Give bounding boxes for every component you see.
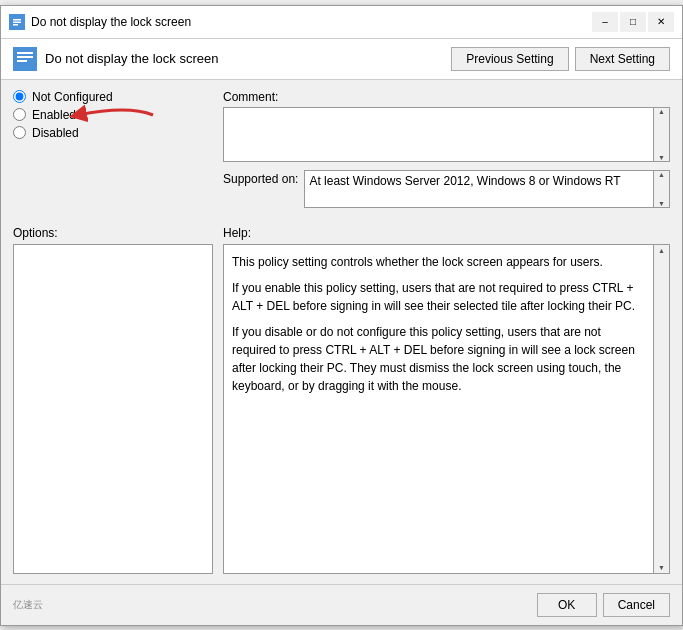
window-title: Do not display the lock screen	[31, 15, 586, 29]
help-box-wrapper: This policy setting controls whether the…	[223, 244, 670, 574]
radio-disabled-label: Disabled	[32, 126, 79, 140]
maximize-button[interactable]: □	[620, 12, 646, 32]
svg-rect-6	[17, 56, 33, 58]
supported-scrollbar-down: ▼	[658, 200, 665, 207]
content-area: Not Configured Enabled	[1, 80, 682, 226]
help-scrollbar-down: ▼	[658, 564, 665, 573]
cancel-button[interactable]: Cancel	[603, 593, 670, 617]
help-para-2: If you enable this policy setting, users…	[232, 279, 645, 315]
help-para-3: If you disable or do not configure this …	[232, 323, 645, 395]
comment-section: Comment: ▲ ▼	[223, 90, 670, 162]
window-icon	[9, 14, 25, 30]
help-scrollbar: ▲ ▼	[654, 244, 670, 574]
help-box: This policy setting controls whether the…	[223, 244, 654, 574]
supported-scrollbar-up: ▲	[658, 171, 665, 178]
watermark: 亿速云	[13, 598, 43, 612]
next-setting-button[interactable]: Next Setting	[575, 47, 670, 71]
svg-rect-2	[13, 21, 21, 23]
left-panel: Not Configured Enabled	[13, 90, 213, 216]
previous-setting-button[interactable]: Previous Setting	[451, 47, 568, 71]
radio-not-configured-input[interactable]	[13, 90, 26, 103]
help-panel: Help: This policy setting controls wheth…	[223, 226, 670, 574]
close-button[interactable]: ✕	[648, 12, 674, 32]
supported-label: Supported on:	[223, 170, 298, 186]
options-box	[13, 244, 213, 574]
scrollbar-down-arrow: ▼	[658, 154, 665, 161]
help-text: This policy setting controls whether the…	[232, 253, 645, 395]
comment-textarea[interactable]	[223, 107, 654, 162]
header-area: Do not display the lock screen Previous …	[1, 39, 682, 80]
scrollbar-up-arrow: ▲	[658, 108, 665, 115]
main-window: Do not display the lock screen – □ ✕ Do …	[0, 5, 683, 626]
title-bar: Do not display the lock screen – □ ✕	[1, 6, 682, 39]
supported-section: Supported on: At least Windows Server 20…	[223, 170, 670, 208]
ok-button[interactable]: OK	[537, 593, 597, 617]
footer: 亿速云 OK Cancel	[1, 584, 682, 625]
header-buttons: Previous Setting Next Setting	[451, 47, 670, 71]
help-label: Help:	[223, 226, 670, 240]
svg-rect-1	[13, 19, 21, 21]
svg-rect-3	[13, 24, 18, 26]
options-panel: Options:	[13, 226, 213, 574]
comment-scrollbar: ▲ ▼	[654, 107, 670, 162]
svg-rect-7	[17, 60, 27, 62]
radio-disabled[interactable]: Disabled	[13, 126, 213, 140]
window-controls: – □ ✕	[592, 12, 674, 32]
radio-enabled-input[interactable]	[13, 108, 26, 121]
minimize-button[interactable]: –	[592, 12, 618, 32]
options-label: Options:	[13, 226, 213, 240]
help-para-1: This policy setting controls whether the…	[232, 253, 645, 271]
radio-group: Not Configured Enabled	[13, 90, 213, 140]
svg-rect-4	[13, 47, 37, 71]
comment-label: Comment:	[223, 90, 670, 104]
help-scrollbar-up: ▲	[658, 245, 665, 254]
right-panel: Comment: ▲ ▼ Supported on: At least Wind…	[223, 90, 670, 216]
policy-icon	[13, 47, 37, 71]
svg-rect-5	[17, 52, 33, 54]
supported-scrollbar: ▲ ▼	[654, 170, 670, 208]
header-title: Do not display the lock screen	[45, 51, 443, 66]
supported-value: At least Windows Server 2012, Windows 8 …	[304, 170, 654, 208]
radio-disabled-input[interactable]	[13, 126, 26, 139]
radio-enabled[interactable]: Enabled	[13, 108, 213, 122]
bottom-panels: Options: Help: This policy setting contr…	[1, 226, 682, 584]
